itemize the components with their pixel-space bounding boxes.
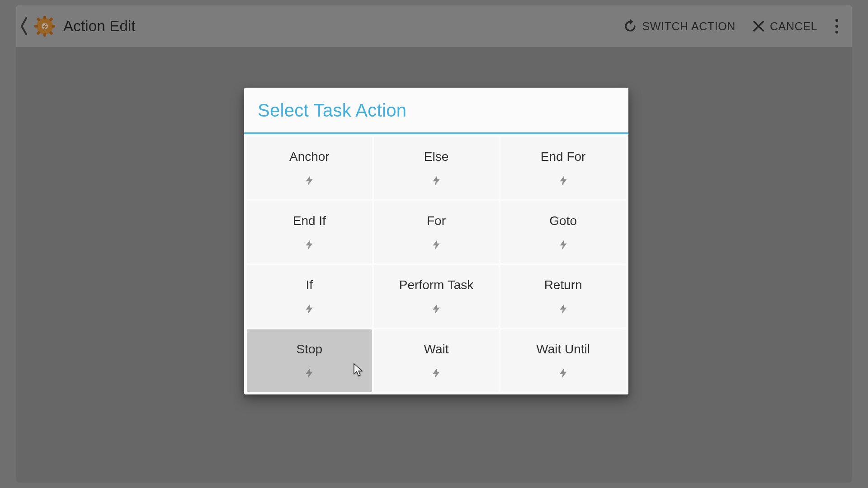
action-label: End For <box>541 150 586 164</box>
lightning-icon <box>430 238 443 251</box>
lightning-icon <box>303 174 316 187</box>
dialog-title: Select Task Action <box>258 100 615 121</box>
action-for[interactable]: For <box>374 201 499 263</box>
action-label: Goto <box>549 214 577 228</box>
action-perform-task[interactable]: Perform Task <box>374 265 499 328</box>
lightning-icon <box>303 238 316 251</box>
stage: Action Edit SWITCH ACTION CANCEL <box>0 0 868 488</box>
dialog-header: Select Task Action <box>244 88 628 134</box>
action-wait[interactable]: Wait <box>374 329 499 392</box>
action-label: Anchor <box>289 150 330 164</box>
action-end-if[interactable]: End If <box>247 201 372 263</box>
action-label: Wait Until <box>536 342 590 357</box>
lightning-icon <box>557 238 570 251</box>
action-return[interactable]: Return <box>500 265 626 328</box>
action-if[interactable]: If <box>247 265 372 328</box>
action-label: Else <box>424 150 448 164</box>
action-goto[interactable]: Goto <box>500 201 626 263</box>
lightning-icon <box>557 302 570 315</box>
action-label: Return <box>544 278 582 292</box>
action-label: Perform Task <box>399 278 473 292</box>
select-task-action-dialog: Select Task Action AnchorElseEnd ForEnd … <box>244 88 628 394</box>
action-stop[interactable]: Stop <box>247 329 372 392</box>
lightning-icon <box>430 366 443 379</box>
action-grid: AnchorElseEnd ForEnd IfForGotoIfPerform … <box>244 134 628 394</box>
lightning-icon <box>303 366 316 379</box>
lightning-icon <box>303 302 316 315</box>
action-wait-until[interactable]: Wait Until <box>500 329 626 392</box>
lightning-icon <box>430 302 443 315</box>
action-label: Wait <box>424 342 449 357</box>
lightning-icon <box>557 174 570 187</box>
app-area: Action Edit SWITCH ACTION CANCEL <box>16 5 852 483</box>
action-else[interactable]: Else <box>374 137 499 199</box>
lightning-icon <box>430 174 443 187</box>
lightning-icon <box>557 366 570 379</box>
action-anchor[interactable]: Anchor <box>247 137 372 199</box>
action-label: Stop <box>297 342 323 357</box>
action-end-for[interactable]: End For <box>500 137 626 199</box>
action-label: End If <box>293 214 326 228</box>
action-label: For <box>427 214 446 228</box>
action-label: If <box>306 278 313 292</box>
